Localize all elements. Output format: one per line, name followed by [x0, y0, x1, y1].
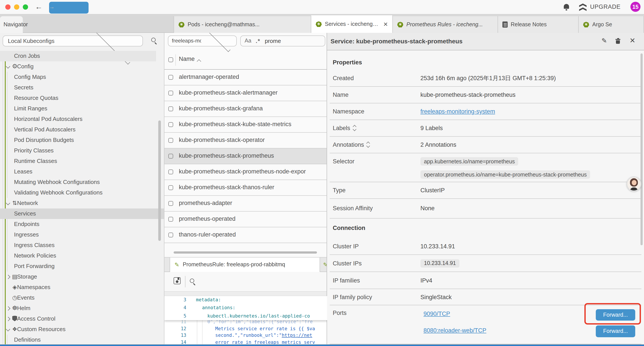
table-row[interactable]: prometheus-adapter: [164, 196, 327, 211]
edit-pencil-icon[interactable]: ✎: [602, 37, 607, 45]
sidebar-item[interactable]: Custom Resources: [0, 324, 164, 335]
expand-icon[interactable]: [367, 143, 370, 147]
sidebar-item[interactable]: Leases: [0, 166, 164, 177]
app-tab[interactable]: Prometheus Rules - icecheng...: [393, 16, 498, 33]
yaml-editor[interactable]: 11 0","for":"1m","labels":{"service":"fr…: [164, 296, 327, 345]
sidebar-item[interactable]: Helm: [0, 303, 164, 313]
upgrade-chevrons-icon[interactable]: [579, 3, 586, 10]
table-row[interactable]: kube-prometheus-stack-kube-state-metrics: [164, 117, 327, 132]
upgrade-button[interactable]: UPGRADE: [590, 3, 620, 10]
property-value[interactable]: 2 Annotations: [420, 141, 456, 148]
sidebar-item[interactable]: Limit Ranges: [0, 103, 164, 114]
row-checkbox[interactable]: [168, 90, 173, 95]
sidebar-item[interactable]: Events: [0, 292, 164, 303]
search-icon[interactable]: [151, 38, 156, 42]
property-value[interactable]: 253d 16h 6m ago (2025年1月13日 GMT+8 1:25:3…: [420, 74, 556, 82]
row-checkbox[interactable]: [168, 153, 173, 158]
close-icon[interactable]: ✕: [630, 36, 636, 45]
sidebar-item[interactable]: Validating Webhook Configurations: [0, 187, 164, 198]
chevron-icon[interactable]: [6, 317, 10, 321]
sidebar-item[interactable]: Pod Disruption Budgets: [0, 135, 164, 145]
match-case-icon[interactable]: Aa: [244, 38, 252, 44]
delete-trash-icon[interactable]: [616, 38, 620, 44]
chevron-icon[interactable]: [6, 306, 10, 310]
table-horizontal-scrollbar[interactable]: [174, 251, 317, 254]
editor-tab[interactable]: ✎ PrometheusRule: freeleaps-prod-rabbitm…: [170, 257, 320, 272]
save-icon[interactable]: [174, 277, 180, 284]
property-value[interactable]: kube-prometheus-stack-prometheus: [420, 91, 516, 98]
sidebar-item[interactable]: Cron Jobs: [0, 50, 156, 61]
sidebar-item[interactable]: Ingresses: [0, 229, 164, 240]
sidebar-scrollbar[interactable]: [158, 120, 161, 241]
sidebar-item[interactable]: Definitions: [0, 335, 164, 345]
navigator-tab[interactable]: Navigator: [0, 16, 23, 33]
property-value[interactable]: 9 Labels: [420, 125, 443, 131]
sidebar-item[interactable]: Port Forwarding: [0, 261, 164, 271]
sidebar-item[interactable]: Services: [0, 208, 164, 219]
row-checkbox[interactable]: [168, 185, 173, 190]
name-column-header[interactable]: Name: [179, 56, 195, 62]
sidebar-item[interactable]: Endpoints: [0, 219, 164, 229]
sidebar-item[interactable]: Resource Quotas: [0, 93, 164, 103]
sidebar-item[interactable]: Priority Classes: [0, 145, 164, 156]
back-arrow-icon[interactable]: ←: [35, 2, 42, 12]
table-row[interactable]: kube-prometheus-stack-grafana: [164, 101, 327, 117]
table-row[interactable]: kube-prometheus-stack-operator: [164, 132, 327, 148]
expand-icon[interactable]: [353, 126, 356, 130]
minimize-window-button[interactable]: [14, 4, 19, 10]
detail-scrollbar[interactable]: [640, 53, 643, 245]
row-checkbox[interactable]: [168, 106, 173, 111]
table-row[interactable]: kube-prometheus-stack-alertmanager: [164, 85, 327, 101]
sidebar-item[interactable]: Network Policies: [0, 250, 164, 261]
app-tab[interactable]: Release Notes: [498, 16, 579, 33]
table-row[interactable]: prometheus-operated: [164, 211, 327, 227]
chevron-icon[interactable]: [6, 275, 10, 279]
sidebar-item[interactable]: Config: [0, 61, 164, 72]
port-link[interactable]: 9090/TCP: [424, 311, 450, 317]
filter-search-input[interactable]: Aa .* prome: [240, 35, 325, 46]
row-checkbox[interactable]: [168, 217, 173, 221]
select-all-checkbox[interactable]: [168, 57, 173, 62]
sidebar-item[interactable]: Mutating Webhook Configurations: [0, 177, 164, 187]
forward-arrow-icon[interactable]: →: [49, 2, 88, 13]
close-window-button[interactable]: [5, 4, 10, 10]
notification-count-badge[interactable]: 15: [630, 2, 640, 12]
row-checkbox[interactable]: [168, 169, 173, 174]
table-row[interactable]: kube-prometheus-stack-thanos-ruler: [164, 180, 327, 196]
namespace-select[interactable]: freeleaps-monitoring-system: [168, 35, 237, 46]
row-checkbox[interactable]: [168, 75, 173, 79]
app-tab[interactable]: Services - icecheng@math... ✕: [311, 15, 393, 33]
table-row[interactable]: alertmanager-operated: [164, 69, 327, 85]
zoom-window-button[interactable]: [23, 4, 28, 10]
property-value[interactable]: freeleaps-monitoring-system: [420, 108, 495, 115]
app-tab[interactable]: Pods - icecheng@mathmas...: [174, 16, 311, 33]
row-checkbox[interactable]: [168, 201, 173, 206]
sidebar-item[interactable]: Secrets: [0, 82, 164, 93]
sidebar-item[interactable]: Network: [0, 198, 164, 208]
url-link[interactable]: https://net: [282, 333, 312, 338]
sidebar-item[interactable]: Horizontal Pod Autoscalers: [0, 114, 164, 124]
port-link[interactable]: 8080:reloader-web/TCP: [424, 327, 486, 334]
forward-button[interactable]: Forward...: [596, 326, 635, 337]
kubeconfig-select[interactable]: Local Kubeconfigs: [3, 35, 143, 46]
editor-search-icon[interactable]: [190, 279, 194, 283]
close-icon[interactable]: ✕: [382, 21, 388, 27]
chevron-icon[interactable]: [6, 201, 10, 205]
sort-ascending-icon[interactable]: [197, 59, 201, 63]
chevron-icon[interactable]: [6, 64, 10, 68]
row-checkbox[interactable]: [168, 232, 173, 237]
table-row[interactable]: kube-prometheus-stack-prometheus-node-ex…: [164, 164, 327, 180]
notifications-bell-icon[interactable]: [564, 4, 569, 9]
avatar[interactable]: [626, 177, 641, 191]
sidebar-item[interactable]: Storage: [0, 271, 164, 282]
app-tab[interactable]: Argo Se: [579, 16, 644, 33]
sidebar-item[interactable]: Access Control: [0, 313, 164, 324]
chevron-icon[interactable]: [6, 327, 10, 331]
row-checkbox[interactable]: [168, 122, 173, 127]
sidebar-item[interactable]: Ingress Classes: [0, 240, 164, 250]
row-checkbox[interactable]: [168, 138, 173, 143]
table-row[interactable]: thanos-ruler-operated: [164, 227, 327, 243]
sidebar-item[interactable]: Config Maps: [0, 72, 164, 82]
regex-icon[interactable]: .*: [256, 37, 260, 44]
sidebar-item[interactable]: Namespaces: [0, 282, 164, 292]
